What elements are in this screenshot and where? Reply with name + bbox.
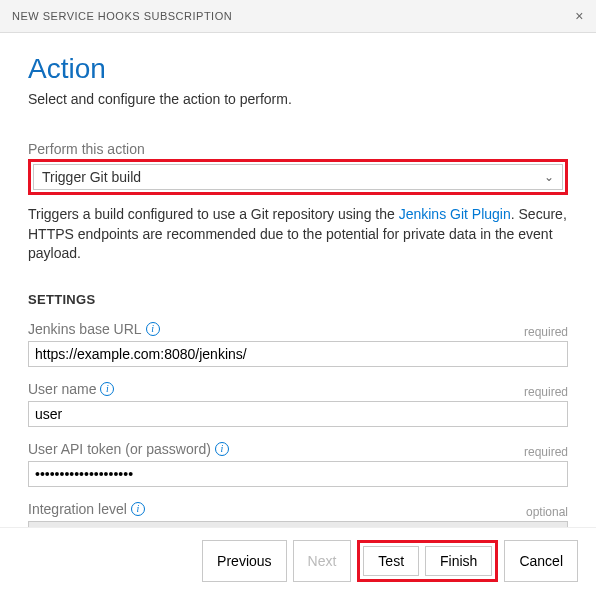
close-icon[interactable]: ×: [575, 8, 584, 24]
api-token-input[interactable]: [28, 461, 568, 487]
settings-heading: SETTINGS: [28, 292, 568, 307]
integration-label: Integration level: [28, 501, 127, 517]
test-button[interactable]: Test: [363, 546, 419, 576]
finish-button[interactable]: Finish: [425, 546, 492, 576]
page-title: Action: [28, 53, 568, 85]
dialog-title: NEW SERVICE HOOKS SUBSCRIPTION: [12, 10, 232, 22]
required-tag: required: [524, 445, 568, 459]
action-select-highlight: Trigger Git build ⌄: [28, 159, 568, 195]
action-description: Triggers a build configured to use a Git…: [28, 205, 568, 264]
info-icon[interactable]: i: [131, 502, 145, 516]
user-name-label: User name: [28, 381, 96, 397]
base-url-input[interactable]: [28, 341, 568, 367]
info-icon[interactable]: i: [146, 322, 160, 336]
jenkins-git-plugin-link[interactable]: Jenkins Git Plugin: [399, 206, 511, 222]
user-name-input[interactable]: [28, 401, 568, 427]
api-token-label: User API token (or password): [28, 441, 211, 457]
previous-button[interactable]: Previous: [202, 540, 286, 582]
base-url-label: Jenkins base URL: [28, 321, 142, 337]
optional-tag: optional: [526, 505, 568, 519]
next-button: Next: [293, 540, 352, 582]
action-label: Perform this action: [28, 141, 568, 157]
action-select-value: Trigger Git build: [42, 169, 141, 185]
page-subtitle: Select and configure the action to perfo…: [28, 91, 568, 107]
desc-pre: Triggers a build configured to use a Git…: [28, 206, 399, 222]
required-tag: required: [524, 385, 568, 399]
action-select[interactable]: Trigger Git build ⌄: [33, 164, 563, 190]
dialog-footer: Previous Next Test Finish Cancel: [0, 527, 596, 594]
chevron-down-icon: ⌄: [544, 170, 554, 184]
required-tag: required: [524, 325, 568, 339]
info-icon[interactable]: i: [215, 442, 229, 456]
test-finish-highlight: Test Finish: [357, 540, 498, 582]
info-icon[interactable]: i: [100, 382, 114, 396]
cancel-button[interactable]: Cancel: [504, 540, 578, 582]
